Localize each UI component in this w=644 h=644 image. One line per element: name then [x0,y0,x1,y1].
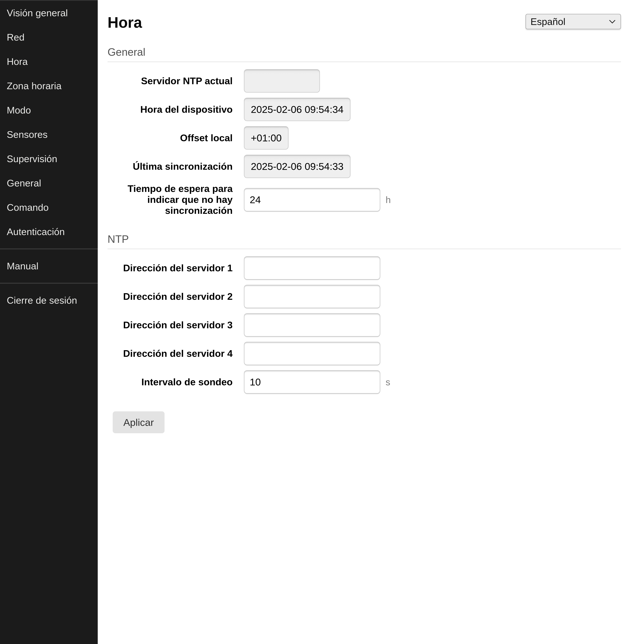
page: Visión generalRedHoraZona horariaModoSen… [0,0,644,644]
form-row-direccion-del-servidor-4: Dirección del servidor 4 [108,342,621,365]
form-row-direccion-del-servidor-3: Dirección del servidor 3 [108,313,621,337]
main-content: Hora Español GeneralServidor NTP actualH… [98,0,644,644]
sidebar-item-general[interactable]: General [0,171,98,195]
topbar: Hora Español [108,0,621,31]
field: h [244,188,391,211]
form-row-hora-del-dispositivo: Hora del dispositivo2025-02-06 09:54:34 [108,98,621,121]
text-input-tiempo-de-espera-para-indicar-que-no-hay-sincronizacion[interactable] [244,188,380,211]
sidebar-divider [0,283,98,284]
page-title: Hora [108,14,142,31]
text-input-direccion-del-servidor-4[interactable] [244,342,380,365]
readonly-field-hora-del-dispositivo: 2025-02-06 09:54:34 [244,98,350,121]
sidebar-item-hora[interactable]: Hora [0,49,98,74]
field [244,285,380,308]
text-input-intervalo-de-sondeo[interactable] [244,370,380,394]
field-label: Hora del dispositivo [108,104,233,115]
form-row-servidor-ntp-actual: Servidor NTP actual [108,69,621,93]
field-label: Dirección del servidor 2 [108,291,233,302]
sidebar-item-modo[interactable]: Modo [0,98,98,122]
apply-button[interactable]: Aplicar [113,411,165,433]
section-rule [108,62,621,62]
form-row-ultima-sincronizacion: Última sincronización2025-02-06 09:54:33 [108,155,621,178]
sidebar-item-manual[interactable]: Manual [0,254,98,278]
sidebar-item-cierre-de-sesion[interactable]: Cierre de sesión [0,288,98,313]
field-label: Última sincronización [108,161,233,172]
unit-suffix: s [386,377,390,387]
form-row-direccion-del-servidor-1: Dirección del servidor 1 [108,256,621,280]
field-label: Servidor NTP actual [108,76,233,86]
chevron-down-icon [609,19,616,24]
sidebar-nav-footer: Cierre de sesión [0,288,98,313]
section-title: General [108,47,621,57]
section-general: GeneralServidor NTP actualHora del dispo… [108,47,621,216]
section-title: NTP [108,234,621,244]
section-ntp: NTPDirección del servidor 1Dirección del… [108,234,621,394]
sidebar-item-sensores[interactable]: Sensores [0,122,98,147]
sidebar-nav-secondary: Manual [0,254,98,278]
field: s [244,370,390,394]
field-label: Intervalo de sondeo [108,377,233,388]
field-label: Dirección del servidor 1 [108,263,233,274]
field: 2025-02-06 09:54:33 [244,155,350,178]
sidebar-item-vision-general[interactable]: Visión general [0,1,98,25]
readonly-field-offset-local: +01:00 [244,126,289,150]
sidebar-divider [0,248,98,249]
sidebar-item-zona-horaria[interactable]: Zona horaria [0,74,98,98]
field: +01:00 [244,126,289,150]
field-label: Dirección del servidor 3 [108,320,233,331]
sidebar-item-red[interactable]: Red [0,25,98,49]
field-label: Tiempo de espera para indicar que no hay… [108,183,233,216]
readonly-field-ultima-sincronizacion: 2025-02-06 09:54:33 [244,155,350,178]
form-row-intervalo-de-sondeo: Intervalo de sondeos [108,370,621,394]
field [244,342,380,365]
field [244,256,380,280]
field-label: Offset local [108,133,233,143]
sidebar-nav-main: Visión generalRedHoraZona horariaModoSen… [0,1,98,244]
sidebar: Visión generalRedHoraZona horariaModoSen… [0,0,98,644]
unit-suffix: h [386,194,391,205]
language-select[interactable]: Español [526,14,621,29]
field: 2025-02-06 09:54:34 [244,98,350,121]
form-row-tiempo-de-espera-para-indicar-que-no-hay-sincronizacion: Tiempo de espera para indicar que no hay… [108,183,621,216]
sidebar-item-supervision[interactable]: Supervisión [0,147,98,171]
text-input-direccion-del-servidor-3[interactable] [244,313,380,337]
text-input-direccion-del-servidor-2[interactable] [244,285,380,308]
readonly-field-servidor-ntp-actual [244,69,320,93]
sidebar-item-autenticacion[interactable]: Autenticación [0,220,98,244]
section-rule [108,249,621,249]
form-row-direccion-del-servidor-2: Dirección del servidor 2 [108,285,621,308]
field [244,313,380,337]
sidebar-item-comando[interactable]: Comando [0,195,98,220]
field-label: Dirección del servidor 4 [108,348,233,359]
field [244,69,320,93]
text-input-direccion-del-servidor-1[interactable] [244,256,380,280]
language-select-value: Español [530,16,565,27]
form-sections: GeneralServidor NTP actualHora del dispo… [108,47,621,394]
form-row-offset-local: Offset local+01:00 [108,126,621,150]
